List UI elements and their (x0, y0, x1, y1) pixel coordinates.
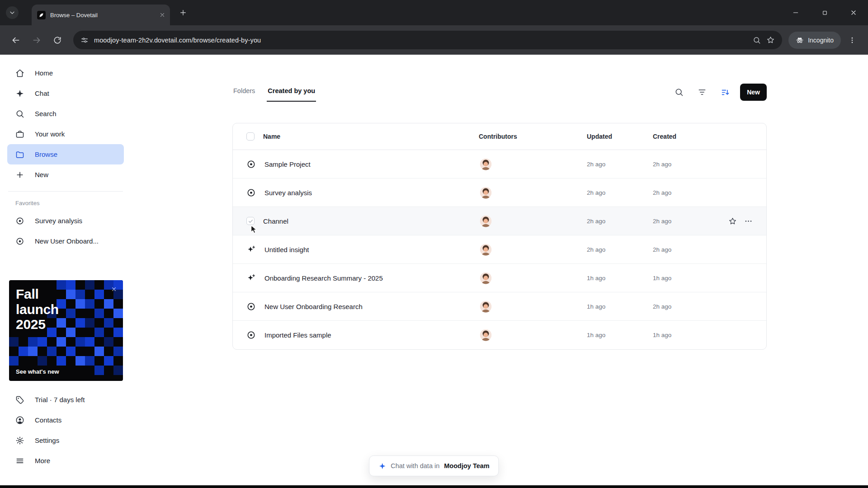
chat-with-data-pill[interactable]: Chat with data in Moodjoy Team (369, 455, 499, 476)
promo-link[interactable]: See what's new (16, 368, 59, 375)
sidebar-item-label: Your work (35, 130, 65, 138)
created-time: 2h ago (653, 246, 723, 253)
sidebar: Home Chat Search Your work Browse New (0, 55, 131, 488)
avatar (480, 187, 492, 199)
sidebar-item-trial[interactable]: Trial · 7 days left (7, 389, 124, 410)
row-name[interactable]: Survey analysis (264, 189, 312, 197)
forward-button[interactable] (27, 31, 46, 50)
created-time: 2h ago (653, 218, 723, 225)
table-row[interactable]: Imported Files sample 1h ago 1h ago (233, 321, 766, 349)
sidebar-item-label: More (35, 457, 50, 465)
reload-icon (53, 36, 61, 44)
row-name[interactable]: Untitled insight (264, 246, 309, 253)
project-icon (15, 216, 24, 225)
updated-time: 1h ago (587, 275, 653, 282)
sidebar-item-chat[interactable]: Chat (7, 83, 124, 103)
reload-button[interactable] (48, 31, 67, 50)
sidebar-item-settings[interactable]: Settings (7, 430, 124, 450)
promo-title: Fall launch 2025 (16, 286, 79, 332)
row-name[interactable]: Imported Files sample (264, 331, 331, 339)
filter-button[interactable] (694, 84, 710, 100)
search-button[interactable] (671, 84, 687, 100)
favorite-item-survey-analysis[interactable]: Survey analysis (7, 211, 124, 231)
updated-time: 2h ago (587, 161, 653, 168)
check-icon (248, 218, 254, 224)
browser-titlebar: Browse – Dovetail (0, 0, 868, 25)
new-button[interactable]: New (740, 84, 767, 101)
plus-icon (179, 9, 187, 17)
person-icon (15, 416, 24, 425)
column-header-contributors: Contributors (479, 133, 587, 140)
sidebar-item-search[interactable]: Search (7, 103, 124, 124)
new-tab-button[interactable] (179, 9, 187, 17)
forward-icon (32, 36, 41, 45)
close-window-button[interactable] (839, 0, 868, 25)
row-name[interactable]: Onboarding Research Summary - 2025 (264, 274, 383, 282)
table-row[interactable]: Untitled insight 2h ago 2h ago (233, 235, 766, 264)
row-name[interactable]: Sample Project (264, 160, 311, 168)
back-icon (11, 36, 20, 45)
tab-search-button[interactable] (6, 6, 19, 19)
sidebar-item-home[interactable]: Home (7, 63, 124, 83)
row-name[interactable]: New User Onboarding Research (264, 303, 363, 310)
row-checkbox[interactable] (246, 217, 255, 225)
favorite-item-new-user-onboarding[interactable]: New User Onboard... (7, 231, 124, 251)
zoom-search-icon[interactable] (753, 36, 761, 44)
sidebar-item-your-work[interactable]: Your work (7, 124, 124, 144)
table-row[interactable]: New User Onboarding Research 1h ago 2h a… (233, 292, 766, 321)
search-icon (675, 88, 684, 97)
project-icon (246, 188, 256, 197)
app-content: Home Chat Search Your work Browse New (0, 55, 868, 488)
browser-tab[interactable]: Browse – Dovetail (32, 5, 170, 25)
sidebar-item-browse[interactable]: Browse (7, 144, 124, 164)
menu-icon (15, 456, 24, 465)
project-icon (246, 160, 256, 169)
sort-button[interactable] (717, 84, 733, 100)
project-icon (246, 302, 256, 311)
sidebar-item-more[interactable]: More (7, 450, 124, 471)
sidebar-item-contacts[interactable]: Contacts (7, 410, 124, 430)
minimize-button[interactable] (781, 0, 810, 25)
back-button[interactable] (6, 31, 25, 50)
created-time: 2h ago (653, 189, 723, 196)
table-row-hovered[interactable]: Channel 2h ago 2h ago (233, 207, 766, 235)
sparkle-icon (15, 89, 24, 98)
tab-created-by-you[interactable]: Created by you (267, 87, 316, 102)
favorite-star-icon[interactable] (728, 217, 737, 225)
table-row[interactable]: Onboarding Research Summary - 2025 1h ag… (233, 264, 766, 292)
main-panel: Folders Created by you New Name Contribu… (131, 55, 868, 488)
sidebar-item-new[interactable]: New (7, 164, 124, 185)
kebab-icon (848, 36, 856, 44)
url-bar[interactable]: moodjoy-team-2h2v.dovetail.com/browse/cr… (73, 31, 782, 49)
row-name[interactable]: Channel (263, 217, 288, 225)
tab-close-icon[interactable] (159, 12, 165, 18)
browser-menu-button[interactable] (843, 31, 862, 50)
row-menu-icon[interactable] (744, 217, 753, 225)
avatar (480, 244, 492, 256)
favorite-item-label: New User Onboard... (35, 237, 99, 245)
url-text[interactable]: moodjoy-team-2h2v.dovetail.com/browse/cr… (94, 37, 747, 44)
bookmark-star-icon[interactable] (766, 36, 775, 44)
sidebar-item-label: Home (35, 69, 53, 77)
favorites-heading: Favorites (0, 196, 131, 211)
promo-card[interactable]: Fall launch 2025 See what's new (9, 280, 123, 381)
created-time: 1h ago (653, 332, 723, 338)
plus-icon (15, 170, 24, 179)
sidebar-item-label: New (35, 171, 48, 178)
maximize-button[interactable] (810, 0, 839, 25)
chevron-down-icon (9, 9, 16, 16)
select-all-checkbox[interactable] (246, 132, 255, 141)
table-row[interactable]: Survey analysis 2h ago 2h ago (233, 178, 766, 207)
view-tabs: Folders Created by you (232, 87, 316, 102)
site-info-icon[interactable] (80, 36, 89, 44)
insight-icon (246, 245, 256, 254)
close-icon[interactable] (109, 284, 119, 294)
sidebar-divider (8, 191, 123, 192)
bottom-edge-strip (0, 485, 868, 488)
avatar (480, 215, 492, 227)
tag-icon (15, 395, 24, 404)
tab-folders[interactable]: Folders (232, 87, 256, 102)
table-row[interactable]: Sample Project 2h ago 2h ago (233, 150, 766, 178)
created-time: 2h ago (653, 161, 723, 168)
home-icon (15, 69, 24, 78)
